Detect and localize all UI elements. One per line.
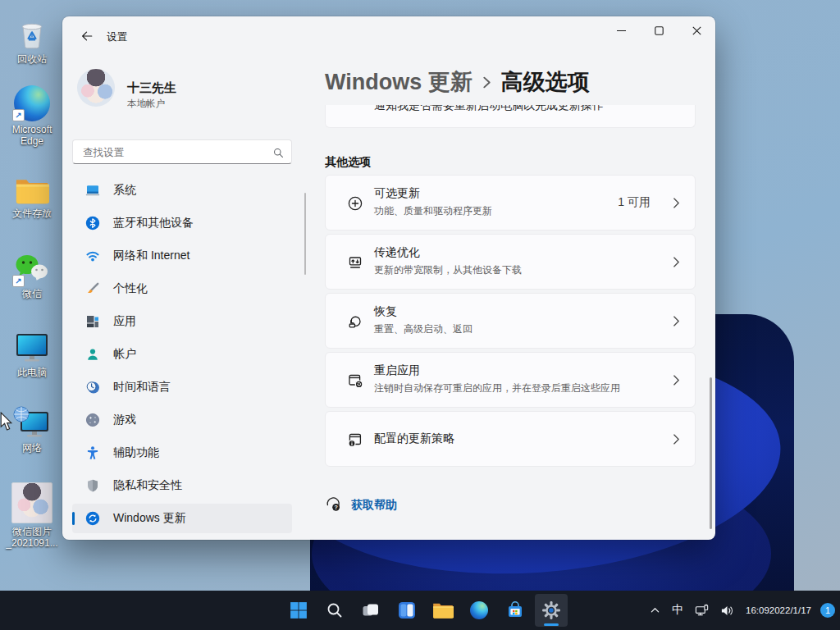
time-label: 16:09 xyxy=(746,605,769,616)
card-subtitle: 更新的带宽限制，从其他设备下载 xyxy=(374,263,522,277)
system-icon xyxy=(85,183,100,198)
optional-updates-icon xyxy=(347,195,363,212)
sidebar-item-privacy[interactable]: 隐私和安全性 xyxy=(72,471,292,500)
search-icon xyxy=(273,147,284,162)
chevron-right-icon xyxy=(673,374,680,390)
desktop-icon-label: 微信 xyxy=(2,288,62,299)
file-explorer-icon xyxy=(432,601,454,619)
card-title: 重启应用 xyxy=(374,363,420,378)
date-label: 2022/1/17 xyxy=(769,605,811,616)
breadcrumb: Windows 更新 高级选项 xyxy=(325,67,590,97)
sidebar-item-accounts[interactable]: 帐户 xyxy=(72,340,292,369)
task-view-button[interactable] xyxy=(354,594,387,627)
desktop-icon-wechat-image[interactable]: 微信图片 _2021091... xyxy=(2,482,62,549)
recovery-icon xyxy=(347,313,363,330)
get-help-link[interactable]: 获取帮助 xyxy=(351,498,397,513)
maximize-icon xyxy=(655,26,664,35)
chevron-right-icon xyxy=(673,315,680,331)
card-subtitle: 重置、高级启动、返回 xyxy=(374,322,472,336)
file-explorer-button[interactable] xyxy=(427,594,459,627)
sidebar-item-label: 系统 xyxy=(113,183,136,198)
sidebar-item-network[interactable]: 网络和 Internet xyxy=(72,241,292,271)
minimize-button[interactable] xyxy=(602,16,640,44)
search-input[interactable] xyxy=(81,141,269,164)
folder-icon xyxy=(2,164,62,205)
back-button[interactable] xyxy=(74,25,100,48)
widgets-button[interactable] xyxy=(390,594,423,627)
settings-window: 设置 十三先生 本地帐户 系统 蓝牙和其他设备 网络和 Internet 个性化… xyxy=(62,16,715,540)
chevron-right-icon xyxy=(673,256,680,272)
desktop-icon-this-pc[interactable]: 此电脑 xyxy=(2,323,62,378)
start-button[interactable] xyxy=(282,594,315,627)
sidebar-item-apps[interactable]: 应用 xyxy=(72,307,292,336)
notification-badge[interactable]: 1 xyxy=(820,603,835,618)
edge-button[interactable] xyxy=(463,594,495,627)
desktop-icon-label-line2: _2021091... xyxy=(2,537,62,549)
main-scrollbar[interactable] xyxy=(710,377,712,529)
get-help-row[interactable]: ? 获取帮助 xyxy=(325,495,397,515)
optional-updates-card[interactable]: 可选更新 功能、质量和驱动程序更新 1 可用 xyxy=(325,175,696,231)
card-subtitle: 注销时自动保存可重启的应用，并在登录后重启这些应用 xyxy=(374,381,620,395)
network-tray-button[interactable] xyxy=(689,594,714,627)
caption-buttons xyxy=(602,16,715,44)
breadcrumb-chevron-icon xyxy=(482,75,491,89)
desktop-icon-edge[interactable]: ↗ Microsoft Edge xyxy=(2,80,62,147)
chevron-right-icon xyxy=(673,197,680,212)
desktop-icon-wechat[interactable]: ↗ 微信 xyxy=(2,244,62,299)
sidebar-item-gaming[interactable]: 游戏 xyxy=(72,405,292,435)
account-person-icon xyxy=(85,347,100,362)
sidebar-item-label: Windows 更新 xyxy=(113,511,186,526)
volume-tray-button[interactable] xyxy=(714,594,740,627)
windows-logo-icon xyxy=(290,601,308,619)
sidebar-item-accessibility[interactable]: 辅助功能 xyxy=(72,438,292,468)
ime-label: 中 xyxy=(672,603,683,618)
edge-icon: ↗ xyxy=(2,80,62,121)
bluetooth-icon xyxy=(85,216,100,231)
configured-update-policies-card[interactable]: 配置的更新策略 xyxy=(325,411,696,467)
clock[interactable]: 16:09 2022/1/17 xyxy=(740,594,817,627)
delivery-optimization-card[interactable]: 传递优化 更新的带宽限制，从其他设备下载 xyxy=(325,234,696,290)
close-button[interactable] xyxy=(678,16,715,44)
sidebar-scrollbar[interactable] xyxy=(304,193,306,275)
user-avatar[interactable] xyxy=(77,69,115,107)
apps-icon xyxy=(85,314,100,329)
breadcrumb-parent[interactable]: Windows 更新 xyxy=(325,67,472,97)
minimize-icon xyxy=(617,26,626,35)
search-button[interactable] xyxy=(318,594,351,627)
shortcut-arrow-icon: ↗ xyxy=(12,109,25,121)
desktop-icon-recycle-bin[interactable]: 回收站 xyxy=(2,10,62,65)
system-tray: 中 16:09 2022/1/17 1 xyxy=(644,591,835,630)
sidebar-item-bluetooth[interactable]: 蓝牙和其他设备 xyxy=(72,208,292,238)
open-app-indicator xyxy=(544,623,559,626)
section-title: 其他选项 xyxy=(325,155,371,170)
user-account-type: 本地帐户 xyxy=(127,98,165,110)
gaming-icon xyxy=(85,413,100,427)
brush-icon xyxy=(85,281,100,296)
restart-apps-card[interactable]: 重启应用 注销时自动保存可重启的应用，并在登录后重启这些应用 xyxy=(325,352,696,408)
settings-search[interactable] xyxy=(72,139,292,164)
card-value: 1 可用 xyxy=(618,195,651,210)
sidebar-item-windows-update[interactable]: Windows 更新 xyxy=(72,504,292,533)
scrolled-setting-row-partial[interactable]: 通知我是否需要重新启动电脑以完成更新操作 xyxy=(325,105,696,128)
microsoft-store-button[interactable] xyxy=(499,594,532,627)
scrolled-row-text: 通知我是否需要重新启动电脑以完成更新操作 xyxy=(374,105,604,113)
recovery-card[interactable]: 恢复 重置、高级启动、返回 xyxy=(325,293,696,349)
sidebar-item-label: 个性化 xyxy=(113,281,148,296)
desktop-icon-file-folder[interactable]: 文件存放 xyxy=(2,164,62,219)
sidebar-item-personalization[interactable]: 个性化 xyxy=(72,274,292,304)
tray-chevron-button[interactable] xyxy=(644,594,666,627)
sidebar-item-system[interactable]: 系统 xyxy=(72,176,292,205)
store-icon xyxy=(506,601,524,619)
maximize-button[interactable] xyxy=(640,16,678,44)
desktop-icon-label: 微信图片 xyxy=(2,526,62,537)
speaker-icon xyxy=(720,604,734,618)
settings-button[interactable] xyxy=(535,594,568,627)
restart-apps-icon xyxy=(347,372,363,389)
page-title: 高级选项 xyxy=(501,67,590,97)
wechat-icon: ↗ xyxy=(2,244,62,285)
taskbar-icons xyxy=(282,594,568,627)
ime-indicator[interactable]: 中 xyxy=(666,594,689,627)
sidebar-item-time-language[interactable]: 时间和语言 xyxy=(72,372,292,402)
desktop-icon-label: 此电脑 xyxy=(2,367,62,378)
sidebar-item-label: 应用 xyxy=(113,314,136,329)
